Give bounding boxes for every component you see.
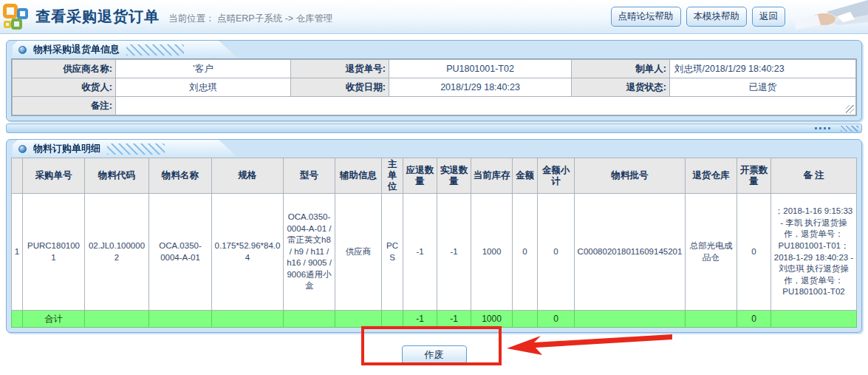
total-cell-label: 合计 xyxy=(23,311,85,328)
topbar-button-group: 点晴论坛帮助 本模块帮助 返回 xyxy=(611,7,786,27)
creator-value: 刘忠琪/2018/1/29 18:40:23 xyxy=(670,60,856,78)
creator-label: 制单人: xyxy=(572,60,670,78)
total-cell-material-name xyxy=(149,311,212,328)
breadcrumb: 当前位置： 点晴ERP子系统 -> 仓库管理 xyxy=(168,8,333,25)
total-cell-index xyxy=(12,311,23,328)
total-cell-qty-actual: -1 xyxy=(437,311,471,328)
top-bar: 查看采购退货订单 当前位置： 点晴ERP子系统 -> 仓库管理 点晴论坛帮助 本… xyxy=(0,0,868,34)
panel-splitter xyxy=(6,124,862,133)
supplier-name-label: 供应商名称: xyxy=(13,60,116,78)
receiver-label: 收货人: xyxy=(13,78,116,97)
back-button[interactable]: 返回 xyxy=(752,7,785,27)
col-header-material-name: 物料名称 xyxy=(149,158,212,194)
return-status-value: 已退货 xyxy=(670,78,856,97)
collapse-handle[interactable] xyxy=(815,127,830,129)
col-header-stock: 当前库存 xyxy=(471,158,513,194)
cell-spec: 0.175*52.96*84.04 xyxy=(212,194,284,311)
total-cell-invoice-qty: 0 xyxy=(737,311,771,328)
receive-date-value: 2018/1/29 18:40:23 xyxy=(389,78,572,97)
col-header-warehouse: 退货仓库 xyxy=(686,158,737,194)
total-cell-model xyxy=(284,311,335,328)
col-header-amount: 金额 xyxy=(513,158,538,194)
resize-grip-icon[interactable] xyxy=(846,105,854,113)
tab-stripes-decoration xyxy=(126,44,184,55)
module-help-button[interactable]: 本模块帮助 xyxy=(686,7,748,27)
col-header-batch-no: 物料批号 xyxy=(575,158,686,194)
detail-table: 采购单号 物料代码 物料名称 规格 型号 辅助信息 主单位 应退数量 实退数量 … xyxy=(11,158,857,328)
detail-total-row: 合计 -1 -1 1000 0 0 xyxy=(12,311,857,328)
col-header-remark: 备 注 xyxy=(771,158,857,194)
total-cell-amount xyxy=(513,311,538,328)
return-no-value: PU1801001-T02 xyxy=(389,60,572,78)
footer-action-area: 作废 xyxy=(0,333,868,364)
col-header-material-code: 物料代码 xyxy=(85,158,149,194)
receive-date-label: 收货日期: xyxy=(291,78,389,97)
total-cell-stock: 1000 xyxy=(471,311,513,328)
cell-warehouse: 总部光电成品仓 xyxy=(686,194,737,311)
detail-header-row: 采购单号 物料代码 物料名称 规格 型号 辅助信息 主单位 应退数量 实退数量 … xyxy=(12,158,857,194)
return-status-label: 退货状态: xyxy=(572,78,670,97)
order-detail-panel: 物料订购单明细 采购单号 物料代码 物料名称 规格 型号 辅助信息 主单位 应退… xyxy=(6,139,862,333)
cell-batch-no: C000802018011609145201 xyxy=(575,194,686,311)
cell-amount: 0 xyxy=(513,194,538,311)
cell-remark: ；2018-1-16 9:15:33 - 李凯 执行退货操作，退货单号：PU18… xyxy=(771,194,857,311)
cell-material-code: 02.JL0.1000002 xyxy=(85,194,149,311)
cell-material-name: OCA.0350-0004-A-01 xyxy=(149,194,212,311)
cell-model: OCA.0350-0004-A-01 / 雷正英文h8 / h9 / h11 /… xyxy=(284,194,335,311)
void-button[interactable]: 作废 xyxy=(402,345,467,364)
return-order-info-panel: 物料采购退货单信息 供应商名称: '客户 退货单号: PU1801001-T02… xyxy=(6,40,862,121)
cell-stock: 1000 xyxy=(471,194,513,311)
app-logo-icon xyxy=(3,3,31,33)
cell-amount-subtotal: 0 xyxy=(538,194,575,311)
cell-invoice-qty: 0 xyxy=(737,194,771,311)
total-cell-spec xyxy=(212,311,284,328)
total-cell-remark xyxy=(771,311,857,328)
cell-qty-due: -1 xyxy=(403,194,437,311)
total-cell-amount-subtotal: 0 xyxy=(538,311,575,328)
detail-panel-title: 物料订购单明细 xyxy=(33,142,100,155)
detail-data-row: 1 PURC1801001 02.JL0.1000002 OCA.0350-00… xyxy=(12,194,857,311)
remark-field[interactable] xyxy=(116,97,856,115)
info-panel-title: 物料采购退货单信息 xyxy=(33,43,120,56)
col-header-amount-subtotal: 金额小计 xyxy=(538,158,575,194)
sphere-bullet-icon xyxy=(18,145,27,153)
col-header-qty-actual: 实退数量 xyxy=(437,158,471,194)
cell-purchase-no: PURC1801001 xyxy=(23,194,85,311)
detail-panel-tab: 物料订购单明细 xyxy=(13,140,238,158)
col-header-purchase-no: 采购单号 xyxy=(23,158,85,194)
cell-qty-actual: -1 xyxy=(437,194,471,311)
total-cell-batch-no xyxy=(575,311,686,328)
return-no-label: 退货单号: xyxy=(291,60,389,78)
col-header-unit: 主单位 xyxy=(382,158,403,194)
supplier-name-value: '客户 xyxy=(116,60,291,78)
cell-unit: PCS xyxy=(382,194,403,311)
total-cell-warehouse xyxy=(686,311,737,328)
col-header-aux-info: 辅助信息 xyxy=(335,158,382,194)
info-row-3: 备注: xyxy=(13,97,856,115)
col-header-qty-due: 应退数量 xyxy=(403,158,437,194)
col-header-index xyxy=(12,158,23,194)
tab-stripes-decoration xyxy=(107,143,165,155)
receiver-value: 刘忠琪 xyxy=(116,78,291,97)
col-header-spec: 规格 xyxy=(212,158,284,194)
cell-index: 1 xyxy=(12,194,23,311)
info-row-2: 收货人: 刘忠琪 收货日期: 2018/1/29 18:40:23 退货状态: … xyxy=(13,78,856,97)
info-row-1: 供应商名称: '客户 退货单号: PU1801001-T02 制单人: 刘忠琪/… xyxy=(13,60,856,78)
info-panel-tab: 物料采购退货单信息 xyxy=(13,41,238,58)
total-cell-aux-info xyxy=(335,311,382,328)
remark-label: 备注: xyxy=(13,97,116,115)
cell-aux-info: 供应商 xyxy=(335,194,382,311)
col-header-invoice-qty: 开票数量 xyxy=(737,158,771,194)
page-title: 查看采购退货订单 xyxy=(35,7,160,27)
info-form: 供应商名称: '客户 退货单号: PU1801001-T02 制单人: 刘忠琪/… xyxy=(11,58,857,116)
splitter-stripes-decoration xyxy=(841,126,858,132)
total-cell-unit xyxy=(382,311,403,328)
col-header-model: 型号 xyxy=(284,158,335,194)
total-cell-qty-due: -1 xyxy=(403,311,437,328)
total-cell-material-code xyxy=(85,311,149,328)
forum-help-button[interactable]: 点晴论坛帮助 xyxy=(611,7,681,27)
sphere-bullet-icon xyxy=(18,46,27,54)
